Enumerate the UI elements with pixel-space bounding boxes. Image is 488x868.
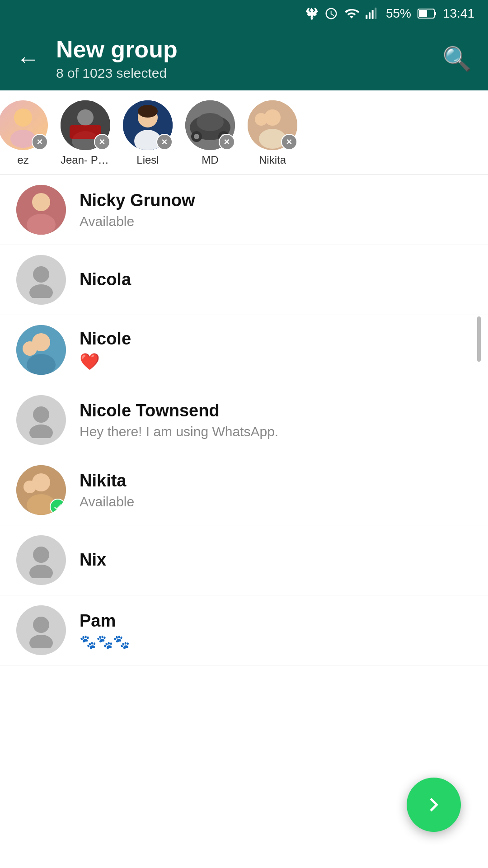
time-text: 13:41 [443, 6, 474, 21]
contact-item-nix[interactable]: Nix [0, 525, 488, 595]
selected-contact-nikita-strip[interactable]: × Nikita [248, 100, 297, 166]
contact-info-nicole-townsend: Nicole Townsend Hey there! I am using Wh… [80, 401, 472, 439]
contact-name-nicole-townsend: Nicole Townsend [80, 401, 472, 421]
contact-info-nicola: Nicola [80, 269, 472, 290]
contact-info-nicky: Nicky Grunow Available [80, 190, 472, 229]
status-icons: 55% 13:41 [305, 6, 474, 21]
svg-point-20 [197, 113, 224, 131]
contact-item-nikita[interactable]: Nikita Available [0, 455, 488, 525]
wifi-icon [344, 6, 359, 21]
status-bar: 55% 13:41 [0, 0, 488, 27]
back-button[interactable]: ← [16, 47, 40, 71]
svg-point-37 [27, 354, 56, 375]
contact-name-pam: Pam [80, 611, 472, 632]
contact-info-nicole: Nicole ❤️ [80, 329, 472, 371]
svg-point-44 [23, 481, 36, 493]
scroll-indicator [477, 316, 481, 362]
selected-contact-ez[interactable]: × ez [0, 100, 48, 166]
contact-info-pam: Pam 🐾🐾🐾 [80, 611, 472, 650]
svg-rect-5 [434, 12, 436, 15]
selected-contacts-strip: × ez × Jean- Pier... [0, 90, 488, 175]
selected-contact-md[interactable]: × MD [185, 100, 235, 166]
avatar-nix [16, 535, 66, 585]
svg-point-7 [14, 108, 32, 127]
contact-status-nicole-townsend: Hey there! I am using WhatsApp. [80, 424, 472, 439]
svg-point-48 [29, 635, 53, 648]
svg-point-32 [34, 194, 48, 208]
contact-info-nix: Nix [80, 550, 472, 571]
contact-list: Nicky Grunow Available Nicola [0, 175, 488, 665]
remove-jean-button[interactable]: × [94, 134, 110, 150]
svg-point-34 [29, 284, 53, 298]
next-fab-button[interactable] [407, 778, 461, 832]
signal-icon [365, 6, 380, 21]
avatar-nicky-grunow [16, 185, 66, 235]
avatar-nicola [16, 255, 66, 305]
contact-status-nikita: Available [80, 494, 472, 509]
svg-point-28 [255, 113, 267, 126]
contact-status-pam: 🐾🐾🐾 [80, 634, 472, 650]
svg-rect-3 [375, 8, 376, 19]
contact-item-nicole-townsend[interactable]: Nicole Townsend Hey there! I am using Wh… [0, 385, 488, 455]
page-title: New group [56, 37, 426, 62]
svg-rect-2 [372, 10, 374, 19]
selected-name-ez: ez [17, 154, 28, 166]
remove-nikita-button[interactable]: × [281, 134, 297, 150]
avatar-nicole-townsend [16, 395, 66, 445]
check-nikita [50, 499, 66, 515]
remove-ez-button[interactable]: × [32, 134, 48, 150]
alarm-icon [324, 7, 338, 20]
contact-item-nicola[interactable]: Nicola [0, 245, 488, 315]
contact-name-nikita: Nikita [80, 471, 472, 491]
svg-point-17 [138, 105, 158, 118]
svg-rect-0 [366, 15, 367, 19]
svg-point-40 [29, 425, 53, 438]
selected-name-md: MD [202, 154, 218, 166]
app-bar-title-area: New group 8 of 1023 selected [56, 37, 426, 80]
search-button[interactable]: 🔍 [442, 45, 472, 73]
contact-item-nicky[interactable]: Nicky Grunow Available [0, 175, 488, 245]
svg-point-46 [29, 565, 53, 578]
contact-name-nicky: Nicky Grunow [80, 190, 472, 211]
contact-status-nicky: Available [80, 214, 472, 229]
battery-text: 55% [386, 6, 411, 21]
app-bar: ← New group 8 of 1023 selected 🔍 [0, 27, 488, 90]
svg-rect-1 [369, 12, 371, 19]
contact-name-nicole: Nicole [80, 329, 472, 349]
svg-rect-6 [419, 10, 427, 17]
svg-point-47 [33, 617, 49, 633]
recycle-icon [305, 7, 318, 20]
selected-contact-jean[interactable]: × Jean- Pier... [61, 100, 110, 166]
remove-md-button[interactable]: × [219, 134, 235, 150]
contact-name-nicola: Nicola [80, 269, 472, 290]
selected-name-liesl: Liesl [136, 154, 159, 166]
svg-point-23 [194, 134, 199, 139]
battery-icon [418, 8, 436, 19]
contact-info-nikita: Nikita Available [80, 471, 472, 509]
selected-name-nikita-strip: Nikita [259, 154, 286, 166]
svg-point-38 [23, 341, 37, 356]
selected-contact-liesl[interactable]: × Liesl [123, 100, 173, 166]
contact-status-nicole: ❤️ [80, 352, 472, 371]
svg-point-31 [27, 214, 56, 235]
avatar-nicole [16, 325, 66, 375]
contact-name-nix: Nix [80, 550, 472, 571]
svg-point-39 [33, 406, 49, 423]
svg-point-10 [77, 109, 94, 126]
contact-item-nicole[interactable]: Nicole ❤️ [0, 315, 488, 385]
svg-point-33 [33, 266, 49, 283]
avatar-nikita [16, 465, 66, 515]
avatar-pam [16, 605, 66, 655]
svg-point-45 [33, 547, 49, 563]
contact-item-pam[interactable]: Pam 🐾🐾🐾 [0, 595, 488, 665]
selected-name-jean: Jean- Pier... [61, 154, 110, 166]
selection-count: 8 of 1023 selected [56, 66, 426, 81]
remove-liesl-button[interactable]: × [156, 134, 173, 150]
